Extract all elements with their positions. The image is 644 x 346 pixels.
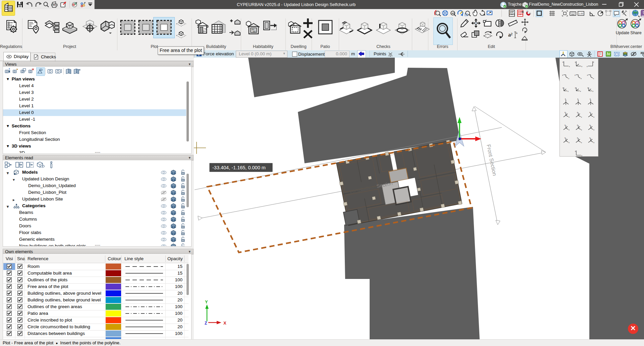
svg-text:z: z [575,87,576,89]
svg-text:Y: Y [205,299,208,304]
svg-text:X: X [223,321,226,326]
svg-text:a²: a² [508,32,513,38]
svg-text:z: z [577,137,578,139]
svg-text:z: z [575,150,576,152]
svg-text:m²: m² [253,30,256,33]
svg-text:x: x [581,65,582,67]
svg-text:x: x [568,77,569,79]
svg-text:x: x [569,141,570,143]
svg-text:x: x [587,65,588,67]
svg-text:z: z [562,74,563,76]
svg-text:x: x [568,90,569,92]
svg-text:-33.404, -1.165, 0.000 m: -33.404, -1.165, 0.000 m [212,165,266,170]
svg-text:%: % [204,27,206,31]
svg-text:x: x [569,65,570,67]
svg-text:x: x [581,116,582,118]
svg-text:z: z [587,87,588,89]
svg-text:Z: Z [205,321,207,326]
svg-text:z: z [565,111,566,113]
svg-text:?: ? [643,11,644,15]
svg-text:x: x [581,77,582,79]
svg-text:1.00: 1.00 [579,12,583,15]
svg-text:x: x [581,129,582,131]
svg-text:x: x [569,129,570,131]
svg-text:x: x [581,141,582,143]
svg-text:z: z [589,137,590,139]
svg-text:z: z [565,98,566,100]
svg-text:y: y [575,61,576,63]
svg-text:x: x [593,116,594,118]
svg-text:x: x [593,129,594,131]
svg-text:z: z [589,111,590,113]
svg-text:z: z [562,61,564,63]
svg-text:Front Section: Front Section [486,144,498,176]
svg-text:x: x [569,116,570,118]
svg-text:a: a [516,32,518,35]
svg-text:z: z [587,74,588,76]
svg-text:z: z [577,98,578,100]
svg-text:x: x [592,90,593,92]
svg-text:x2: x2 [451,12,454,15]
svg-text:z: z [590,98,591,100]
svg-text:z: z [577,124,578,126]
svg-text:DXF: DXF [509,11,514,13]
svg-text:x: x [593,141,594,143]
svg-text:x: x [580,90,581,92]
svg-text:z: z [577,111,578,113]
svg-text:z: z [565,137,566,139]
svg-text:z: z [593,61,594,63]
svg-text:DXF: DXF [518,11,522,13]
svg-text:z: z [575,74,576,76]
svg-text:3D: 3D [640,51,644,55]
svg-text:x: x [593,77,594,79]
svg-text:DWG: DWG [509,13,515,15]
svg-text:z: z [562,87,564,89]
svg-text:DWG: DWG [518,13,523,15]
svg-text:x: x [581,155,582,156]
svg-text:z: z [565,124,566,126]
svg-text:z: z [589,124,590,126]
